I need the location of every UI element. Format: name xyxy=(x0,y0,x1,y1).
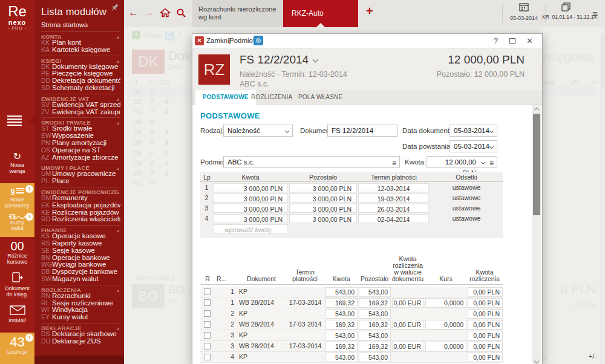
kwota-rozliczenia-cell[interactable]: 0,00 PLN xyxy=(468,331,503,340)
odsetki-cell[interactable]: ustawowe xyxy=(430,193,503,203)
rail-item-roznice-kursowe[interactable]: 00 Różnicekursowe xyxy=(0,239,34,265)
rail-item-nowe-parametry[interactable]: ! § Noweparametry xyxy=(0,186,34,209)
installment-row[interactable]: 2 3 000,00 PLN 3 000,00 PLN 19-03-2014 u… xyxy=(200,193,503,203)
sidebar-item[interactable]: RMRemanenty xyxy=(41,195,120,202)
sidebar-item[interactable]: WIWindykacja xyxy=(41,307,120,314)
rail-item-kursy-walut[interactable]: ! €$ Kursywalut xyxy=(0,213,34,231)
rail-item-insmail[interactable]: InsMail xyxy=(0,305,34,323)
rail-item-dokument-do-ksieg[interactable]: Dokumentdo księg. xyxy=(0,272,34,297)
sidebar-item[interactable]: KERozliczenia pojazdów xyxy=(41,209,120,216)
sidebar-section-header[interactable]: FINANSE xyxy=(41,225,120,233)
settlement-checkbox[interactable] xyxy=(204,354,211,360)
data-dokumentu-select[interactable]: 05-03-2014 xyxy=(450,125,497,137)
sidebar-item[interactable]: RNRozrachunki xyxy=(41,293,120,300)
sidebar-section-header[interactable]: KSIĘGI xyxy=(41,56,120,63)
sidebar-section-header[interactable]: EWIDENCJE VAT xyxy=(41,94,120,102)
kwota-rozliczenia-cell[interactable]: 0,00 PLN xyxy=(468,287,503,297)
sidebar-item[interactable]: EYKursy walut xyxy=(41,314,120,321)
sidebar-item[interactable]: UMUmowy pracownicze xyxy=(41,171,120,178)
new-tab-button[interactable]: + xyxy=(366,4,373,18)
search-icon[interactable] xyxy=(176,8,186,21)
menu-icon[interactable]: ≡ xyxy=(592,8,598,19)
sidebar-item[interactable]: STŚrodki trwałe xyxy=(41,125,120,132)
settlement-row[interactable]: 4 KP 3/CENTR/2014 543,00 PLN 543,00 PLN … xyxy=(200,352,503,363)
odsetki-cell[interactable]: ustawowe xyxy=(430,203,503,213)
sidebar-item[interactable]: EKEksploatacja pojazdów xyxy=(41,202,120,209)
zamknij-button[interactable]: Zamknij xyxy=(206,37,231,44)
module-list-toggle-icon[interactable] xyxy=(7,114,27,128)
settlement-checkbox[interactable] xyxy=(204,299,211,306)
kurs-cell[interactable] xyxy=(425,353,466,362)
sidebar-item[interactable]: ZVEwidencja VAT zakupu xyxy=(41,109,120,116)
kwota-walucie-cell[interactable] xyxy=(392,309,424,319)
forward-icon[interactable]: → xyxy=(144,7,154,19)
sidebar-section-header[interactable]: DEKLARACJE xyxy=(41,323,120,331)
kurs-cell[interactable]: 0,0000 PLN/EUR xyxy=(425,342,466,351)
kwota-walucie-cell[interactable]: 0,00 EUR xyxy=(392,320,424,330)
settlement-checkbox[interactable] xyxy=(204,310,211,317)
sidebar-item[interactable]: SVEwidencja VAT sprzedaży xyxy=(41,102,120,109)
field-menu-icon[interactable]: ≡ xyxy=(489,158,494,169)
sidebar-item[interactable]: DBDyspozycje bankowe xyxy=(41,268,120,276)
rodzaj-select[interactable]: Należność xyxy=(223,125,293,137)
accounting-period-widget[interactable]: KR 01.01.14 - 31.12.14 xyxy=(542,2,590,25)
kurs-cell[interactable] xyxy=(425,287,466,297)
settlement-row[interactable]: 3 KP 3/CENTR/2014 543,00 PLN 543,00 PLN … xyxy=(200,330,503,341)
tab-rozrachunki-nierozliczone[interactable]: Rozrachunki nierozliczone wg kont xyxy=(192,0,283,27)
tab-pola-wlasne[interactable]: POLA WŁASNE xyxy=(291,90,350,105)
sidebar-item[interactable]: WGWyciągi bankowe xyxy=(41,261,120,268)
kwota-walucie-cell[interactable]: 0,00 EUR xyxy=(392,298,424,308)
scroll-up-icon[interactable] xyxy=(534,108,539,112)
sidebar-item[interactable]: DDDekretacja dokumentów xyxy=(41,77,120,85)
termin-cell[interactable]: 02-04-2014 xyxy=(358,214,429,223)
odsetki-cell[interactable]: ustawowe xyxy=(430,183,503,193)
sidebar-section-header[interactable]: UMOWY I PŁACE xyxy=(41,163,120,171)
work-date-widget[interactable]: 05-03-2014 xyxy=(505,2,543,25)
kwota-rozliczenia-cell[interactable]: 0,00 PLN xyxy=(468,298,503,308)
sidebar-item[interactable]: RORozliczenia właścicielskie xyxy=(41,216,120,223)
sidebar-item[interactable]: KKPlan kont xyxy=(41,39,120,47)
sidebar-item[interactable]: PLPłace xyxy=(41,178,120,185)
home-icon[interactable] xyxy=(160,8,171,21)
sidebar-item[interactable]: BNOperacje bankowe xyxy=(41,255,120,262)
gear-icon[interactable]: ⚙ xyxy=(253,36,263,45)
sidebar-item[interactable]: KSOperacje kasowe xyxy=(41,233,120,240)
sidebar-item[interactable]: AZAmortyzacje zbiorcze xyxy=(41,154,120,161)
amount-placeholder[interactable]: wprowadź kwotę xyxy=(213,224,288,233)
odsetki-cell[interactable]: ustawowe xyxy=(430,213,503,224)
sidebar-section-header[interactable]: EWIDENCJE POMOCNICZE xyxy=(41,187,120,195)
sidebar-item[interactable]: EWWyposażenie xyxy=(41,132,120,140)
sidebar-item[interactable]: RSRaporty kasowe xyxy=(41,240,120,247)
kurs-cell[interactable] xyxy=(425,331,466,340)
settlement-checkbox[interactable] xyxy=(204,332,211,339)
kwota-rozliczenia-cell[interactable]: 0,00 PLN xyxy=(468,320,503,330)
kwota-walucie-cell[interactable] xyxy=(392,287,424,297)
podmiot-field[interactable]: ABC s.c.≡ xyxy=(223,156,400,168)
sidebar-item[interactable]: DSDeklaracje skarbowe xyxy=(41,331,120,338)
kurs-cell[interactable] xyxy=(425,309,466,319)
scroll-down-icon[interactable] xyxy=(534,359,539,363)
installment-row[interactable]: 3 3 000,00 PLN 3 000,00 PLN 26-03-2014 u… xyxy=(200,203,503,213)
kwota-cell[interactable]: 3 000,00 PLN xyxy=(213,204,288,213)
settlement-row[interactable]: 3 WB 28/2014 17-03-2014 169,32 EUR 169,3… xyxy=(200,341,503,352)
sidebar-item[interactable]: DUDeklaracje ZUS xyxy=(41,338,120,345)
sidebar-item[interactable]: KAKartoteki księgowe xyxy=(41,47,120,54)
kwota-rozliczenia-cell[interactable]: 0,00 PLN xyxy=(468,342,503,351)
sidebar-item[interactable]: PEPieczęcie księgowe xyxy=(41,70,120,77)
rail-item-nowa-wersja[interactable]: ↻ Nowawersja xyxy=(0,151,34,174)
settlement-checkbox[interactable] xyxy=(204,321,211,328)
termin-cell[interactable]: 19-03-2014 xyxy=(358,193,429,203)
close-icon[interactable]: ✕ xyxy=(195,36,204,45)
document-title[interactable]: FS 12/2/2014 xyxy=(240,53,318,67)
settlement-row[interactable]: 1 KP 3/CENTR/2014 543,00 PLN 543,00 PLN … xyxy=(200,287,503,297)
kurs-cell[interactable]: 0,0000 PLN/EUR xyxy=(425,320,466,330)
sidebar-item[interactable]: SESesje kasowe xyxy=(41,247,120,255)
kwota-rozliczenia-cell[interactable]: 0,00 PLN xyxy=(468,309,503,319)
termin-cell[interactable]: 26-03-2014 xyxy=(358,204,429,213)
sidebar-item-strona-startowa[interactable]: Strona startowa xyxy=(41,21,88,28)
sidebar-item[interactable]: RLSesje rozliczeniowe xyxy=(41,300,120,307)
sidebar-section-header[interactable]: KONTA xyxy=(41,31,120,39)
dokument-input[interactable]: FS 12/2/2014 xyxy=(327,125,397,137)
scrollbar-thumb[interactable] xyxy=(533,114,540,215)
settlement-row[interactable]: 2 WB 28/2014 17-03-2014 169,32 EUR 169,3… xyxy=(200,319,503,330)
